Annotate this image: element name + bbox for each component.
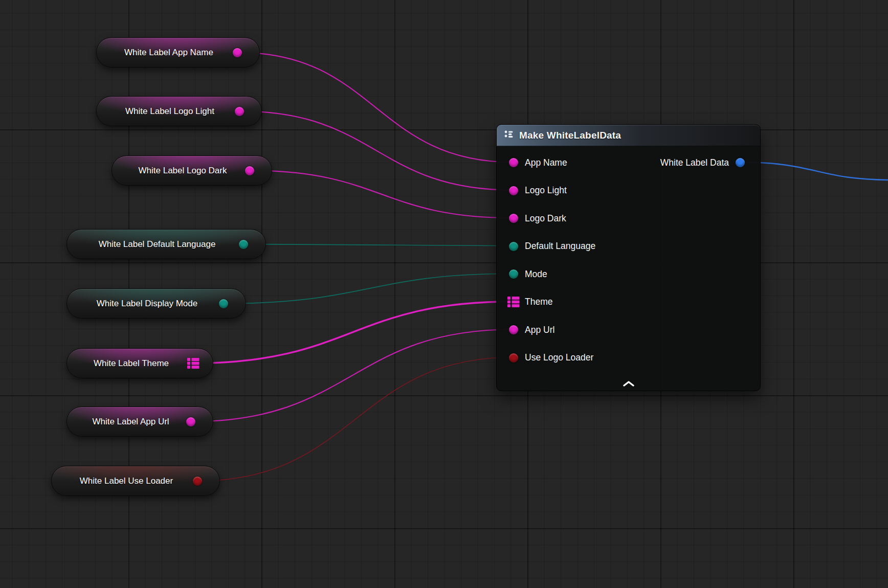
variable-node-white-label-use-loader[interactable]: White Label Use Loader: [51, 466, 220, 496]
variable-node-white-label-default-language[interactable]: White Label Default Language: [66, 229, 266, 259]
input-pin-label: Theme: [525, 297, 552, 307]
variable-node-white-label-app-url[interactable]: White Label App Url: [66, 406, 213, 437]
input-pin-label: App Url: [525, 325, 554, 335]
make-whitelabeldata-node[interactable]: Make WhiteLabelData App NameLogo LightLo…: [496, 124, 761, 391]
output-pin-white-label-use-loader[interactable]: [193, 477, 202, 486]
input-row-theme: Theme: [497, 288, 760, 316]
wire: [240, 111, 513, 190]
input-row-use-logo-loader: Use Logo Loader: [497, 344, 760, 372]
wire: [198, 357, 513, 481]
input-pin-rows: App NameLogo LightLogo DarkDefault Langu…: [497, 149, 760, 372]
wire: [244, 244, 513, 246]
input-pin-label: Mode: [525, 269, 547, 280]
collapse-node-button[interactable]: [617, 379, 640, 389]
chevron-up-icon: [623, 379, 634, 389]
variable-label: White Label Theme: [67, 358, 187, 369]
input-pin-label: App Name: [525, 157, 567, 168]
input-pin-app-name[interactable]: [509, 158, 518, 167]
make-struct-icon: [504, 129, 514, 141]
wire: [224, 274, 513, 303]
node-header[interactable]: Make WhiteLabelData: [497, 125, 760, 146]
output-pin-white-label-default-language[interactable]: [239, 240, 248, 249]
input-row-mode: Mode: [497, 260, 760, 288]
input-pin-theme[interactable]: [507, 297, 520, 307]
variable-label: White Label App Name: [97, 48, 233, 58]
variable-node-white-label-logo-light[interactable]: White Label Logo Light: [96, 96, 262, 126]
input-row-logo-light: Logo Light: [497, 177, 760, 205]
variable-node-white-label-display-mode[interactable]: White Label Display Mode: [66, 288, 246, 319]
input-pin-logo-dark[interactable]: [509, 214, 518, 223]
output-pin-white-label-display-mode[interactable]: [219, 299, 228, 308]
variable-label: White Label Default Language: [67, 239, 239, 250]
variable-label: White Label Display Mode: [67, 299, 219, 309]
input-pin-label: Default Language: [525, 241, 595, 252]
output-pin-white-label-data[interactable]: [736, 158, 745, 167]
output-pin-white-label-theme[interactable]: [187, 358, 199, 369]
variable-node-white-label-logo-dark[interactable]: White Label Logo Dark: [112, 155, 272, 186]
input-pin-app-url[interactable]: [509, 325, 518, 334]
input-row-logo-dark: Logo Dark: [497, 205, 760, 233]
node-title: Make WhiteLabelData: [519, 130, 621, 141]
output-pin-label: White Label Data: [660, 157, 729, 168]
wire: [191, 329, 513, 421]
input-pin-label: Logo Dark: [525, 213, 566, 224]
input-pin-default-language[interactable]: [509, 242, 518, 251]
input-pin-use-logo-loader[interactable]: [509, 353, 518, 363]
input-row-app-url: App Url: [497, 316, 760, 344]
variable-label: White Label Use Loader: [52, 476, 193, 486]
variable-label: White Label App Url: [67, 417, 186, 427]
wire: [741, 162, 888, 180]
output-pin-white-label-app-name[interactable]: [233, 48, 242, 57]
variable-label: White Label Logo Dark: [112, 166, 245, 176]
wire: [238, 53, 513, 163]
variable-node-white-label-app-name[interactable]: White Label App Name: [96, 37, 260, 67]
output-pin-white-label-app-url[interactable]: [186, 417, 195, 426]
input-row-default-language: Default Language: [497, 233, 760, 261]
variable-node-white-label-theme[interactable]: White Label Theme: [66, 348, 213, 378]
input-pin-label: Logo Light: [525, 185, 567, 196]
wire: [250, 171, 513, 218]
output-row: White Label Data: [660, 149, 760, 177]
variable-label: White Label Logo Light: [97, 106, 235, 117]
output-pin-white-label-logo-dark[interactable]: [245, 166, 254, 175]
input-pin-mode[interactable]: [509, 269, 518, 279]
input-pin-label: Use Logo Loader: [525, 352, 593, 363]
input-pin-logo-light[interactable]: [509, 186, 518, 195]
output-pin-white-label-logo-light[interactable]: [235, 107, 244, 116]
